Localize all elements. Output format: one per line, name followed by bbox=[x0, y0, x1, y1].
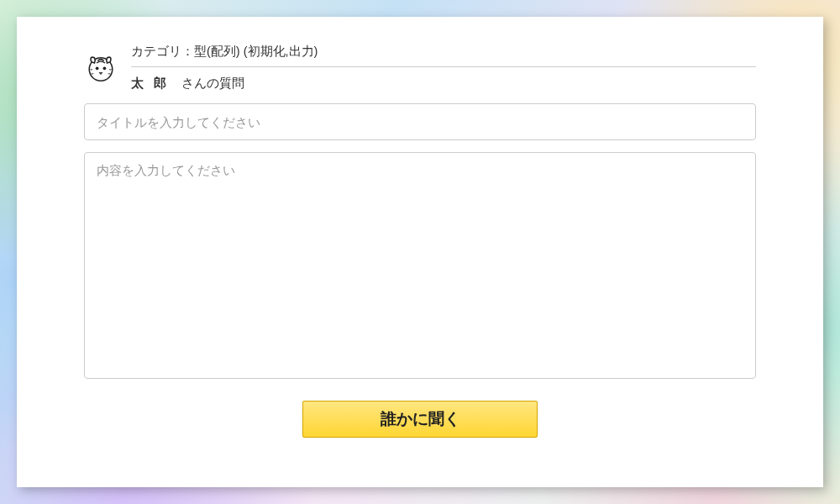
author-line: 太 郎 さんの質問 bbox=[131, 76, 756, 92]
question-form-card: カテゴリ：型(配列) (初期化,出力) 太 郎 さんの質問 誰かに聞く bbox=[17, 17, 823, 487]
tiger-icon bbox=[84, 50, 118, 84]
author-suffix: さんの質問 bbox=[181, 76, 244, 92]
content-textarea[interactable] bbox=[84, 152, 756, 379]
svg-point-2 bbox=[103, 66, 107, 70]
header-text: カテゴリ：型(配列) (初期化,出力) 太 郎 さんの質問 bbox=[131, 44, 756, 92]
author-name: 太 郎 bbox=[131, 76, 170, 92]
title-input[interactable] bbox=[84, 103, 756, 140]
ask-someone-button[interactable]: 誰かに聞く bbox=[302, 401, 538, 438]
svg-point-1 bbox=[96, 66, 99, 70]
category-label: カテゴリ：型(配列) (初期化,出力) bbox=[131, 44, 756, 67]
avatar bbox=[84, 50, 118, 84]
header-row: カテゴリ：型(配列) (初期化,出力) 太 郎 さんの質問 bbox=[84, 44, 756, 92]
button-row: 誰かに聞く bbox=[84, 401, 756, 438]
